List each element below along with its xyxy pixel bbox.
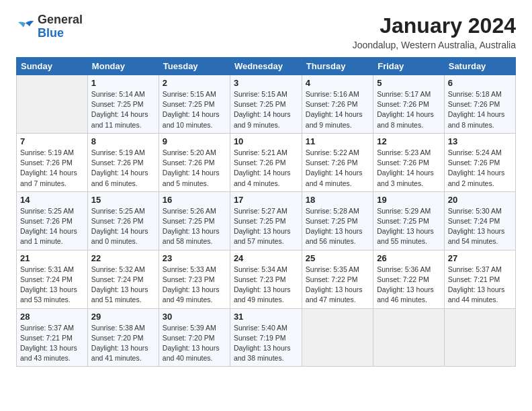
day-number: 20 [448,195,512,205]
day-info: Sunrise: 5:17 AMSunset: 7:26 PMDaylight:… [377,89,441,130]
day-number: 13 [448,136,512,146]
day-info: Sunrise: 5:15 AMSunset: 7:25 PMDaylight:… [234,89,298,130]
logo-general: General [38,13,83,26]
week-row-4: 21Sunrise: 5:31 AMSunset: 7:24 PMDayligh… [17,250,516,308]
calendar-table: SundayMondayTuesdayWednesdayThursdayFrid… [16,57,516,367]
day-number: 14 [20,195,84,205]
day-cell: 16Sunrise: 5:26 AMSunset: 7:25 PMDayligh… [159,191,230,250]
day-cell: 2Sunrise: 5:15 AMSunset: 7:25 PMDaylight… [159,75,230,134]
day-number: 17 [234,195,298,205]
logo-text: General Blue [38,13,83,40]
day-info: Sunrise: 5:16 AMSunset: 7:26 PMDaylight:… [306,89,369,130]
day-cell: 12Sunrise: 5:23 AMSunset: 7:26 PMDayligh… [373,133,445,191]
day-number: 6 [448,78,512,88]
day-cell: 25Sunrise: 5:35 AMSunset: 7:22 PMDayligh… [302,250,373,308]
day-cell: 30Sunrise: 5:39 AMSunset: 7:20 PMDayligh… [159,308,230,367]
day-info: Sunrise: 5:26 AMSunset: 7:25 PMDaylight:… [163,206,226,247]
day-cell: 23Sunrise: 5:33 AMSunset: 7:23 PMDayligh… [159,250,230,308]
day-info: Sunrise: 5:35 AMSunset: 7:22 PMDaylight:… [306,265,369,306]
title-block: January 2024 Joondalup, Western Australi… [353,13,516,50]
day-header-saturday: Saturday [444,58,515,75]
day-cell: 7Sunrise: 5:19 AMSunset: 7:26 PMDaylight… [17,133,88,191]
day-info: Sunrise: 5:25 AMSunset: 7:26 PMDaylight:… [91,206,155,247]
day-info: Sunrise: 5:19 AMSunset: 7:26 PMDaylight:… [20,148,84,189]
day-info: Sunrise: 5:24 AMSunset: 7:26 PMDaylight:… [448,148,512,189]
day-cell: 3Sunrise: 5:15 AMSunset: 7:25 PMDaylight… [230,75,302,134]
logo: General Blue [16,13,83,40]
day-cell: 4Sunrise: 5:16 AMSunset: 7:26 PMDaylight… [302,75,373,134]
day-info: Sunrise: 5:32 AMSunset: 7:24 PMDaylight:… [91,265,155,306]
week-row-2: 7Sunrise: 5:19 AMSunset: 7:26 PMDaylight… [17,133,516,191]
day-cell: 29Sunrise: 5:38 AMSunset: 7:20 PMDayligh… [87,308,159,367]
day-number: 26 [377,253,441,263]
day-info: Sunrise: 5:21 AMSunset: 7:26 PMDaylight:… [234,148,298,189]
day-number: 10 [234,136,298,146]
day-info: Sunrise: 5:36 AMSunset: 7:22 PMDaylight:… [377,265,441,306]
day-number: 22 [91,253,155,263]
day-info: Sunrise: 5:40 AMSunset: 7:19 PMDaylight:… [234,323,298,364]
day-cell: 8Sunrise: 5:19 AMSunset: 7:26 PMDaylight… [87,133,159,191]
day-cell: 13Sunrise: 5:24 AMSunset: 7:26 PMDayligh… [444,133,515,191]
day-cell [302,308,373,367]
day-info: Sunrise: 5:38 AMSunset: 7:20 PMDaylight:… [91,323,155,364]
day-number: 4 [306,78,369,88]
day-number: 5 [377,78,441,88]
day-number: 12 [377,136,441,146]
week-row-1: 1Sunrise: 5:14 AMSunset: 7:25 PMDaylight… [17,75,516,134]
day-number: 28 [20,312,84,322]
day-info: Sunrise: 5:37 AMSunset: 7:21 PMDaylight:… [20,323,84,364]
day-cell: 20Sunrise: 5:30 AMSunset: 7:24 PMDayligh… [444,191,515,250]
day-cell: 5Sunrise: 5:17 AMSunset: 7:26 PMDaylight… [373,75,445,134]
day-info: Sunrise: 5:19 AMSunset: 7:26 PMDaylight:… [91,148,155,189]
logo-blue: Blue [38,26,64,40]
day-info: Sunrise: 5:39 AMSunset: 7:20 PMDaylight:… [163,323,226,364]
day-info: Sunrise: 5:33 AMSunset: 7:23 PMDaylight:… [163,265,226,306]
day-number: 3 [234,78,298,88]
day-info: Sunrise: 5:30 AMSunset: 7:24 PMDaylight:… [448,206,512,247]
day-number: 7 [20,136,84,146]
day-header-thursday: Thursday [302,58,373,75]
day-cell: 26Sunrise: 5:36 AMSunset: 7:22 PMDayligh… [373,250,445,308]
day-cell: 27Sunrise: 5:37 AMSunset: 7:21 PMDayligh… [444,250,515,308]
day-number: 8 [91,136,155,146]
day-cell [444,308,515,367]
day-number: 1 [91,78,155,88]
day-cell: 14Sunrise: 5:25 AMSunset: 7:26 PMDayligh… [17,191,88,250]
day-cell: 21Sunrise: 5:31 AMSunset: 7:24 PMDayligh… [17,250,88,308]
day-cell: 24Sunrise: 5:34 AMSunset: 7:23 PMDayligh… [230,250,302,308]
day-number: 9 [163,136,226,146]
month-year-title: January 2024 [353,13,516,38]
day-cell: 15Sunrise: 5:25 AMSunset: 7:26 PMDayligh… [87,191,159,250]
day-info: Sunrise: 5:29 AMSunset: 7:25 PMDaylight:… [377,206,441,247]
week-row-5: 28Sunrise: 5:37 AMSunset: 7:21 PMDayligh… [17,308,516,367]
day-number: 24 [234,253,298,263]
day-cell: 11Sunrise: 5:22 AMSunset: 7:26 PMDayligh… [302,133,373,191]
day-cell: 28Sunrise: 5:37 AMSunset: 7:21 PMDayligh… [17,308,88,367]
day-header-sunday: Sunday [17,58,88,75]
day-number: 25 [306,253,369,263]
day-number: 11 [306,136,369,146]
day-number: 15 [91,195,155,205]
day-info: Sunrise: 5:14 AMSunset: 7:25 PMDaylight:… [91,89,155,130]
day-cell: 31Sunrise: 5:40 AMSunset: 7:19 PMDayligh… [230,308,302,367]
day-number: 2 [163,78,226,88]
day-info: Sunrise: 5:23 AMSunset: 7:26 PMDaylight:… [377,148,441,189]
day-cell: 9Sunrise: 5:20 AMSunset: 7:26 PMDaylight… [159,133,230,191]
day-info: Sunrise: 5:37 AMSunset: 7:21 PMDaylight:… [448,265,512,306]
day-number: 18 [306,195,369,205]
day-cell: 1Sunrise: 5:14 AMSunset: 7:25 PMDaylight… [87,75,159,134]
page-header: General Blue January 2024 Joondalup, Wes… [16,13,516,50]
day-header-tuesday: Tuesday [159,58,230,75]
day-info: Sunrise: 5:20 AMSunset: 7:26 PMDaylight:… [163,148,226,189]
day-info: Sunrise: 5:27 AMSunset: 7:25 PMDaylight:… [234,206,298,247]
day-number: 16 [163,195,226,205]
day-header-wednesday: Wednesday [230,58,302,75]
days-header-row: SundayMondayTuesdayWednesdayThursdayFrid… [17,58,516,75]
day-number: 29 [91,312,155,322]
day-number: 23 [163,253,226,263]
day-header-friday: Friday [373,58,445,75]
day-cell: 6Sunrise: 5:18 AMSunset: 7:26 PMDaylight… [444,75,515,134]
location-label: Joondalup, Western Australia, Australia [353,40,516,50]
day-cell: 17Sunrise: 5:27 AMSunset: 7:25 PMDayligh… [230,191,302,250]
day-info: Sunrise: 5:15 AMSunset: 7:25 PMDaylight:… [163,89,226,130]
